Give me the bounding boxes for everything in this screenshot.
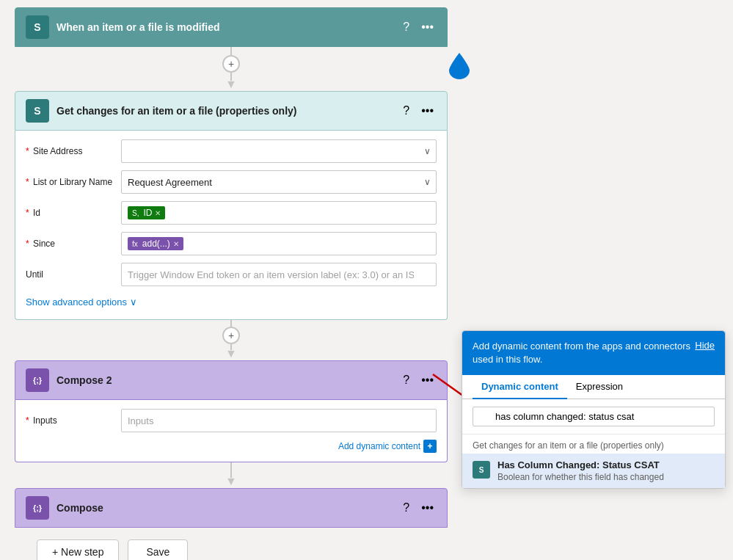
step3-header: {;} Compose 2 ? ••• <box>15 360 448 400</box>
search-wrapper: 🔍 <box>473 407 715 426</box>
step3-title: Compose 2 <box>56 374 400 386</box>
dynamic-result-content: Has Column Changed: Status CSAT Boolean … <box>497 459 715 482</box>
step3-more-button[interactable]: ••• <box>418 372 437 388</box>
tab-dynamic-content[interactable]: Dynamic content <box>473 375 567 399</box>
step4-actions: ? ••• <box>400 500 437 516</box>
site-address-input[interactable] <box>121 139 437 163</box>
connector3: ▼ <box>15 462 448 488</box>
until-label: Until <box>26 269 121 280</box>
dynamic-panel-header: Add dynamic content from the apps and co… <box>462 331 725 375</box>
bottom-actions: + New step Save <box>15 539 448 560</box>
step2-body: * Site Address ∨ * List or Library Name <box>15 131 448 320</box>
add-dynamic-icon: + <box>423 440 437 453</box>
until-control <box>121 263 437 286</box>
since-tag-close[interactable]: ✕ <box>173 240 179 248</box>
step4-icon: {;} <box>26 496 49 520</box>
step2-card: S Get changes for an item or a file (pro… <box>15 91 448 320</box>
step1-actions: ? ••• <box>400 19 437 35</box>
arrow1: ▼ <box>225 78 237 91</box>
step4-header: {;} Compose ? ••• <box>15 488 448 528</box>
step4-card: {;} Compose ? ••• <box>15 488 448 528</box>
step2-title: Get changes for an item or a file (prope… <box>56 105 400 117</box>
id-control: S, ID ✕ <box>121 201 437 225</box>
dynamic-result-title: Has Column Changed: Status CSAT <box>497 459 715 470</box>
site-address-row: * Site Address ∨ <box>26 139 437 163</box>
save-button[interactable]: Save <box>128 539 188 560</box>
vline1 <box>230 47 232 55</box>
dynamic-panel-title: Add dynamic content from the apps and co… <box>473 340 695 366</box>
dynamic-result-item[interactable]: S Has Column Changed: Status CSAT Boolea… <box>462 454 725 488</box>
dynamic-panel-tabs: Dynamic content Expression <box>462 375 725 399</box>
dynamic-result-desc: Boolean for whether this field has chang… <box>497 472 715 482</box>
until-row: Until <box>26 263 437 286</box>
step4-help-button[interactable]: ? <box>400 500 412 516</box>
connector2: + ▼ <box>15 320 448 360</box>
add-dynamic-content-btn[interactable]: Add dynamic content + <box>26 440 437 453</box>
step3-body: * Inputs Add dynamic content + <box>15 400 448 462</box>
inputs-label: * Inputs <box>26 415 121 426</box>
step1-icon: S <box>26 15 49 39</box>
since-label: * Since <box>26 239 121 249</box>
step2-help-button[interactable]: ? <box>400 103 412 119</box>
site-address-control: ∨ <box>121 139 437 163</box>
arrow3: ▼ <box>225 475 237 488</box>
step2-header: S Get changes for an item or a file (pro… <box>15 91 448 131</box>
step1-card: S When an item or a file is modified ? •… <box>15 7 448 47</box>
list-name-control: ∨ <box>121 170 437 194</box>
new-step-button[interactable]: + New step <box>37 539 119 560</box>
dynamic-panel-section: Get changes for an item or a file (prope… <box>462 434 725 454</box>
step1-more-button[interactable]: ••• <box>418 19 437 35</box>
inputs-control <box>121 409 437 432</box>
add-step-btn-1[interactable]: + <box>222 55 240 73</box>
site-address-label: * Site Address <box>26 146 121 156</box>
since-row: * Since fx add(...) ✕ <box>26 232 437 255</box>
list-name-input[interactable] <box>121 170 437 194</box>
list-name-label: * List or Library Name <box>26 177 121 187</box>
inputs-input[interactable] <box>121 409 437 432</box>
step2-icon: S <box>26 99 49 123</box>
step1-help-button[interactable]: ? <box>400 19 412 35</box>
vline2 <box>230 320 232 327</box>
id-tag: S, ID ✕ <box>128 206 165 219</box>
step4-more-button[interactable]: ••• <box>418 500 437 516</box>
id-tag-close[interactable]: ✕ <box>155 209 161 217</box>
hide-panel-button[interactable]: Hide <box>695 340 715 351</box>
connector1: + ▼ <box>15 47 448 91</box>
step3-actions: ? ••• <box>400 372 437 388</box>
step1-header: S When an item or a file is modified ? •… <box>15 7 448 47</box>
arrow2: ▼ <box>225 347 237 360</box>
step3-card: {;} Compose 2 ? ••• * Inputs <box>15 360 448 462</box>
list-name-row: * List or Library Name ∨ <box>26 170 437 194</box>
step3-help-button[interactable]: ? <box>400 372 412 388</box>
id-tag-input[interactable]: S, ID ✕ <box>121 201 437 225</box>
id-row: * Id S, ID ✕ <box>26 201 437 225</box>
inputs-row: * Inputs <box>26 409 437 432</box>
dynamic-content-panel: Add dynamic content from the apps and co… <box>462 330 726 489</box>
since-control: fx add(...) ✕ <box>121 232 437 255</box>
dynamic-panel-search: 🔍 <box>462 399 725 434</box>
add-step-btn-2[interactable]: + <box>222 327 240 344</box>
until-input[interactable] <box>121 263 437 286</box>
dynamic-result-icon: S <box>473 461 490 479</box>
id-label: * Id <box>26 208 121 218</box>
tab-expression[interactable]: Expression <box>567 375 632 399</box>
dynamic-search-input[interactable] <box>473 407 715 426</box>
since-tag: fx add(...) ✕ <box>128 237 183 250</box>
since-tag-input[interactable]: fx add(...) ✕ <box>121 232 437 255</box>
step4-title: Compose <box>56 502 400 514</box>
step2-actions: ? ••• <box>400 103 437 119</box>
step2-more-button[interactable]: ••• <box>418 103 437 119</box>
step3-icon: {;} <box>26 368 49 392</box>
water-drop <box>449 53 470 82</box>
show-advanced-button[interactable]: Show advanced options ∨ <box>26 294 137 310</box>
step1-title: When an item or a file is modified <box>56 21 400 33</box>
